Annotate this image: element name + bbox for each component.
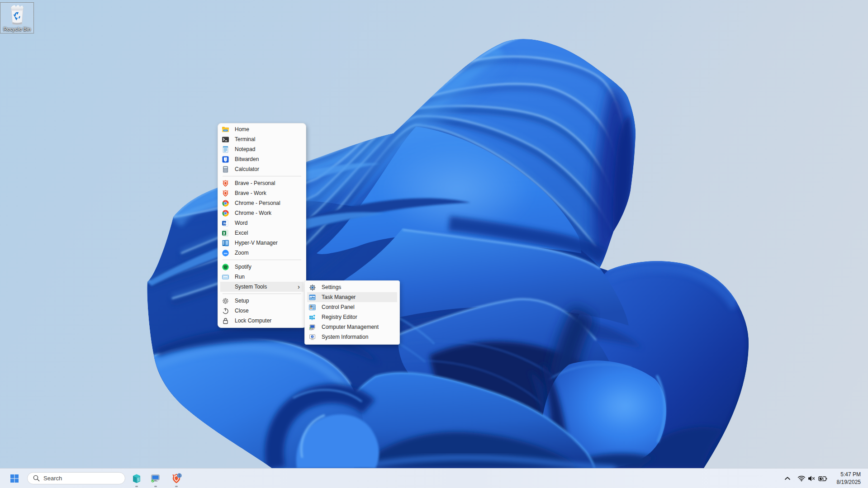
- svg-text:zm: zm: [223, 252, 227, 255]
